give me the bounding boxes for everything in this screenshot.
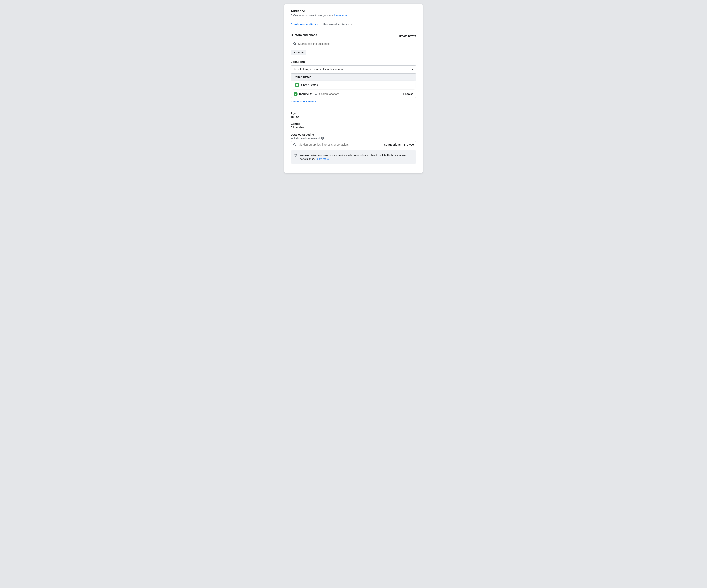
chevron-down-icon (411, 69, 413, 70)
include-people-text-row: Include people who match i (291, 136, 416, 140)
audience-title: Audience (291, 9, 416, 13)
lightbulb-icon (294, 154, 297, 158)
audience-header: Audience Define who you want to see your… (291, 9, 416, 17)
age-value: 18 - 65+ (291, 115, 416, 118)
targeting-browse-button[interactable]: Browse (404, 143, 414, 146)
gender-label: Gender (291, 122, 416, 126)
locations-section: Locations People living in or recently i… (291, 60, 416, 108)
targeting-actions: Suggestions Browse (384, 143, 414, 146)
locations-browse-button[interactable]: Browse (403, 93, 413, 96)
learn-more-link[interactable]: Learn more (334, 14, 347, 17)
info-box-text: We may deliver ads beyond your audiences… (300, 153, 413, 161)
location-country-header: United States (291, 73, 416, 80)
info-box: We may deliver ads beyond your audiences… (291, 150, 416, 164)
chevron-down-icon (414, 35, 416, 37)
include-pin-icon (294, 92, 298, 96)
search-icon (293, 143, 296, 146)
audience-subtitle: Define who you want to see your ads. Lea… (291, 14, 416, 17)
location-box: United States United States Include (291, 73, 416, 98)
chevron-down-icon (350, 24, 352, 25)
include-dropdown-button[interactable]: Include (299, 93, 312, 96)
audience-tabs: Create new audience Use saved audience (291, 21, 416, 28)
info-box-learn-more-link[interactable]: Learn more. (315, 158, 329, 160)
chevron-down-icon (310, 94, 312, 95)
detailed-targeting-label: Detailed targeting (291, 133, 416, 136)
gender-section: Gender All genders (291, 122, 416, 129)
custom-audiences-search-box[interactable] (291, 40, 416, 47)
svg-line-5 (316, 94, 317, 95)
targeting-search-input[interactable] (298, 143, 382, 146)
svg-line-1 (296, 44, 296, 45)
age-label: Age (291, 111, 416, 115)
search-icon (315, 93, 317, 95)
create-new-button[interactable]: Create new (399, 34, 416, 37)
exclude-button[interactable]: Exclude (291, 50, 306, 55)
audience-card: Audience Define who you want to see your… (284, 4, 423, 173)
location-pin-icon (295, 83, 299, 87)
location-item-us: United States (292, 80, 415, 89)
location-search-row: Include Browse (291, 90, 416, 98)
targeting-search-box[interactable]: Suggestions Browse (291, 141, 416, 148)
svg-line-7 (295, 145, 296, 145)
custom-audiences-search-input[interactable] (298, 42, 414, 45)
suggestions-button[interactable]: Suggestions (384, 143, 401, 146)
custom-audiences-label: Custom audiences (291, 33, 317, 37)
location-item-label: United States (301, 84, 318, 87)
detailed-targeting-section: Detailed targeting Include people who ma… (291, 133, 416, 164)
location-search-input[interactable] (319, 93, 402, 96)
age-section: Age 18 - 65+ (291, 111, 416, 118)
custom-audiences-section: Custom audiences Create new Exclude (291, 33, 416, 60)
gender-value: All genders (291, 126, 416, 129)
custom-audiences-header-row: Custom audiences Create new (291, 33, 416, 38)
add-locations-bulk-link[interactable]: Add locations in bulk (291, 100, 316, 103)
locations-label: Locations (291, 60, 416, 63)
tab-use-saved-audience[interactable]: Use saved audience (323, 21, 352, 28)
location-type-dropdown[interactable]: People living in or recently in this loc… (291, 65, 416, 73)
search-icon (293, 42, 296, 45)
tab-create-new-audience[interactable]: Create new audience (291, 21, 318, 28)
info-icon[interactable]: i (321, 136, 324, 140)
